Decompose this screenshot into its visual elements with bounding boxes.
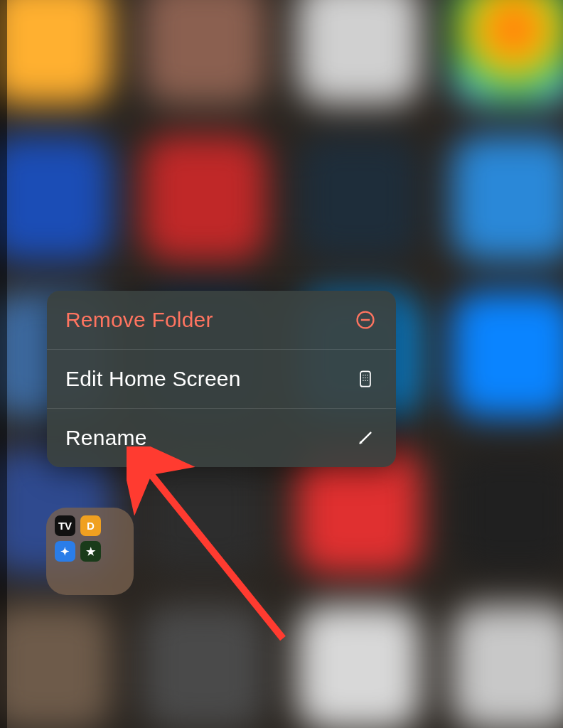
- folder-app-icon: TV: [55, 515, 75, 536]
- remove-folder-menu-item[interactable]: Remove Folder: [47, 291, 396, 349]
- minus-circle-icon: [353, 308, 377, 332]
- svg-point-8: [367, 378, 368, 379]
- folder-app-icon: D: [80, 515, 101, 536]
- svg-line-12: [360, 433, 371, 444]
- rename-menu-item[interactable]: Rename: [47, 408, 396, 467]
- folder-app-icon: ✦: [55, 541, 75, 562]
- svg-point-7: [365, 378, 366, 379]
- svg-point-5: [367, 375, 368, 376]
- svg-point-9: [363, 380, 364, 382]
- pencil-icon: [353, 426, 377, 450]
- folder-context-menu: Remove Folder Edit Home Screen: [47, 291, 396, 467]
- menu-item-label: Remove Folder: [65, 308, 213, 332]
- left-edge-shadow: [0, 0, 7, 728]
- edit-home-screen-menu-item[interactable]: Edit Home Screen: [47, 349, 396, 408]
- menu-item-label: Edit Home Screen: [65, 367, 241, 391]
- folder-app-icon: ★: [80, 541, 101, 562]
- svg-point-10: [365, 380, 366, 382]
- app-folder[interactable]: TV D ✦ ★: [46, 508, 134, 595]
- svg-point-3: [363, 375, 364, 376]
- svg-point-11: [367, 380, 368, 382]
- menu-item-label: Rename: [65, 426, 147, 450]
- svg-rect-2: [360, 371, 370, 386]
- svg-point-4: [365, 375, 366, 376]
- svg-point-6: [363, 378, 364, 379]
- homescreen-icon: [353, 367, 377, 391]
